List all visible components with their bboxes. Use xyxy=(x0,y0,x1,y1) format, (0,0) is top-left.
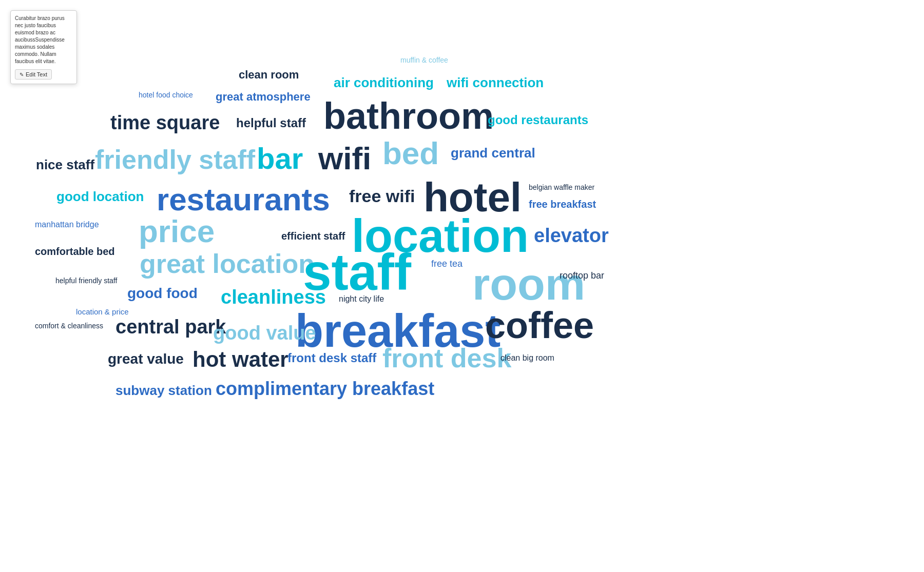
edit-panel: Curabitur brazo purus nec justo faucibus… xyxy=(10,10,77,84)
word-subway-station: subway station xyxy=(116,384,212,397)
word-good-food: good food xyxy=(127,286,198,301)
word-manhattan-bridge: manhattan bridge xyxy=(35,221,99,229)
word-friendly-staff: friendly staff xyxy=(95,146,255,173)
word-belgian-waffle-maker: belgian waffle maker xyxy=(529,184,594,191)
edit-text-label: Edit Text xyxy=(26,71,47,77)
word-cleanliness: cleanliness xyxy=(221,287,326,307)
word-hotel-food-choice: hotel food choice xyxy=(139,91,193,98)
word-bar: bar xyxy=(257,144,303,173)
word-comfortable-bed: comfortable bed xyxy=(35,246,115,257)
word-coffee: coffee xyxy=(485,307,594,344)
word-great-location: great location xyxy=(140,250,315,277)
word-elevator: elevator xyxy=(534,226,609,245)
panel-text: Curabitur brazo purus nec justo faucibus… xyxy=(15,15,72,65)
word-bathroom: bathroom xyxy=(323,97,494,134)
word-good-restaurants: good restaurants xyxy=(488,114,588,126)
word-clean-room: clean room xyxy=(239,69,299,81)
word-bed: bed xyxy=(382,137,439,169)
word-grand-central: grand central xyxy=(451,146,535,160)
word-free-tea: free tea xyxy=(431,259,463,268)
word-helpful-staff: helpful staff xyxy=(236,117,306,129)
word-restaurants: restaurants xyxy=(157,184,330,215)
word-front-desk: front desk xyxy=(382,345,511,371)
word-nice-staff: nice staff xyxy=(36,158,94,171)
word-room: room xyxy=(472,262,585,307)
word-price: price xyxy=(139,215,215,247)
word-free-wifi: free wifi xyxy=(349,187,415,205)
word-good-location: good location xyxy=(56,190,144,203)
word-time-square: time square xyxy=(110,113,220,132)
word-great-atmosphere: great atmosphere xyxy=(216,91,311,103)
edit-text-button[interactable]: ✎ Edit Text xyxy=(15,69,52,80)
word-muffin-coffee: muffin & coffee xyxy=(400,56,448,64)
word-good-value: good value xyxy=(213,323,316,343)
word-clean-big-room: clean big room xyxy=(500,354,554,362)
word-wifi-connection: wifi connection xyxy=(447,76,544,89)
word-great-value: great value xyxy=(108,352,184,366)
word-night-city-life: night city life xyxy=(339,295,384,303)
word-front-desk-staff: front desk staff xyxy=(287,352,376,364)
word-wifi: wifi xyxy=(318,143,371,174)
wordcloud-container: muffin & coffeeclean roomair conditionin… xyxy=(0,0,924,572)
word-efficient-staff: efficient staff xyxy=(281,231,345,241)
word-hot-water: hot water xyxy=(192,349,288,370)
word-location-price: location & price xyxy=(76,308,129,315)
word-central-park: central park xyxy=(116,317,226,337)
word-free-breakfast: free breakfast xyxy=(529,199,596,209)
edit-icon: ✎ xyxy=(20,72,24,77)
word-helpful-friendly-staff: helpful friendly staff xyxy=(55,277,117,284)
word-air-conditioning: air conditioning xyxy=(334,76,434,89)
word-rooftop-bar: rooftop bar xyxy=(560,271,604,280)
word-complimentary-breakfast: complimentary breakfast xyxy=(216,380,434,398)
word-comfort-cleanliness: comfort & cleanliness xyxy=(35,322,103,329)
